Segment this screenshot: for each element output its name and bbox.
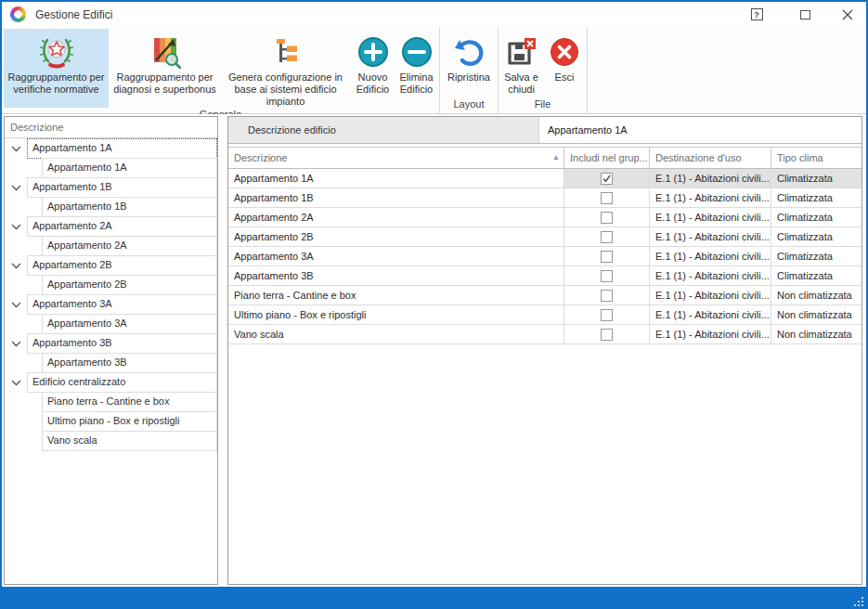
save-close-icon xyxy=(505,32,538,71)
ripristina-button[interactable]: Ripristina xyxy=(442,29,496,97)
table-row[interactable]: Appartamento 2AE.1 (1) - Abitazioni civi… xyxy=(228,208,862,227)
grid-rows: Appartamento 1AE.1 (1) - Abitazioni civi… xyxy=(228,169,862,344)
chevron-down-icon[interactable] xyxy=(5,139,27,159)
tree-child-node[interactable]: Appartamento 3B xyxy=(5,354,217,373)
includi-checkbox[interactable] xyxy=(601,309,613,321)
tree-node-label: Appartamento 1B xyxy=(42,197,217,217)
help-icon: ? xyxy=(751,8,763,20)
exit-icon xyxy=(550,32,579,71)
genera-configurazione-button[interactable]: Genera configurazione in base ai sistemi… xyxy=(221,29,350,108)
tree-node-label: Appartamento 1A xyxy=(27,138,217,159)
tree-node-label: Appartamento 2A xyxy=(27,216,217,237)
tree-node-label: Appartamento 3B xyxy=(42,353,217,373)
descrizione-edificio-field[interactable]: Appartamento 1A xyxy=(539,117,862,143)
raggruppamento-diagnosi-button[interactable]: Raggruppamento per diagnosi e superbonus xyxy=(110,29,219,108)
tree-node-label: Appartamento 3B xyxy=(27,333,217,354)
cell-descrizione: Appartamento 1B xyxy=(228,188,564,208)
help-button[interactable]: ? xyxy=(743,3,771,27)
includi-checkbox[interactable] xyxy=(601,212,613,224)
includi-checkbox[interactable] xyxy=(601,231,613,243)
esci-button[interactable]: Esci xyxy=(544,29,585,97)
cell-includi xyxy=(564,247,650,266)
chevron-down-icon[interactable] xyxy=(5,295,27,315)
tree-node[interactable]: Appartamento 1A xyxy=(5,139,217,159)
cell-descrizione: Vano scala xyxy=(228,325,564,344)
ribbon-group-label: File xyxy=(499,97,587,113)
includi-checkbox[interactable] xyxy=(601,329,613,341)
resize-grip[interactable] xyxy=(852,595,863,606)
tree-child-node[interactable]: Ultimo piano - Box e ripostigli xyxy=(5,412,217,432)
tree-node[interactable]: Appartamento 2B xyxy=(5,256,217,276)
table-row[interactable]: Ultimo piano - Box e ripostigliE.1 (1) -… xyxy=(228,305,862,325)
cell-tipo-clima: Climatizzata xyxy=(771,247,862,266)
cell-tipo-clima: Non climatizzata xyxy=(771,286,862,305)
column-header-destinazione[interactable]: Destinazione d'uso xyxy=(650,148,771,168)
tree-node-label: Appartamento 3A xyxy=(27,294,217,315)
tree-node-label: Appartamento 1A xyxy=(42,158,217,178)
cell-destinazione: E.1 (1) - Abitazioni civili... xyxy=(650,169,771,188)
tree-node[interactable]: Appartamento 1B xyxy=(5,178,217,198)
tree-node-label: Edificio centralizzato xyxy=(27,372,217,393)
chevron-down-icon[interactable] xyxy=(5,334,27,354)
tree-node-label: Appartamento 2A xyxy=(42,236,217,256)
tree-node[interactable]: Edificio centralizzato xyxy=(5,373,217,393)
table-row[interactable]: Appartamento 1AE.1 (1) - Abitazioni civi… xyxy=(228,169,862,188)
ribbon-group-label: Layout xyxy=(440,97,498,113)
chevron-down-icon[interactable] xyxy=(5,178,27,198)
table-row[interactable]: Appartamento 1BE.1 (1) - Abitazioni civi… xyxy=(228,188,862,208)
tree-child-node[interactable]: Appartamento 2B xyxy=(5,276,217,295)
tree-child-node[interactable]: Vano scala xyxy=(5,432,217,451)
tree-node-label: Piano terra - Cantine e box xyxy=(42,392,217,412)
ribbon-button-label: Elimina Edificio xyxy=(397,71,435,96)
elimina-edificio-button[interactable]: Elimina Edificio xyxy=(395,29,437,108)
cell-includi xyxy=(564,305,650,325)
salva-e-chiudi-button[interactable]: Salva e chiudi xyxy=(500,29,542,97)
cell-tipo-clima: Non climatizzata xyxy=(771,305,862,325)
tree-node[interactable]: Appartamento 3B xyxy=(5,334,217,354)
ribbon-group-layout: Ripristina Layout xyxy=(440,27,499,113)
panel-splitter[interactable] xyxy=(218,116,227,585)
includi-checkbox[interactable] xyxy=(601,173,613,185)
cell-destinazione: E.1 (1) - Abitazioni civili... xyxy=(650,188,771,208)
close-button[interactable] xyxy=(834,3,862,27)
tree-body: Appartamento 1AAppartamento 1AAppartamen… xyxy=(5,138,217,584)
includi-checkbox[interactable] xyxy=(601,192,613,204)
tree-child-node[interactable]: Appartamento 3A xyxy=(5,315,217,334)
maximize-button[interactable] xyxy=(791,3,819,27)
maximize-icon xyxy=(800,10,810,19)
includi-checkbox[interactable] xyxy=(601,270,613,282)
raggruppamento-verifiche-button[interactable]: Raggruppamento per verifiche normative xyxy=(4,29,109,108)
grid-header-row: Descrizione ▲ Includi nel grup... Destin… xyxy=(228,148,862,169)
tree-column-header[interactable]: Descrizione xyxy=(5,117,217,138)
chevron-down-icon[interactable] xyxy=(5,217,27,237)
table-row[interactable]: Appartamento 3AE.1 (1) - Abitazioni civi… xyxy=(228,247,862,266)
cell-descrizione: Appartamento 3B xyxy=(228,266,564,286)
chevron-down-icon[interactable] xyxy=(5,373,27,393)
includi-checkbox[interactable] xyxy=(601,251,613,263)
tree-child-node[interactable]: Appartamento 1B xyxy=(5,198,217,217)
includi-checkbox[interactable] xyxy=(601,290,613,302)
cell-tipo-clima: Climatizzata xyxy=(771,188,862,208)
main-area: Descrizione Appartamento 1AAppartamento … xyxy=(2,114,866,587)
tree-node[interactable]: Appartamento 3A xyxy=(5,295,217,315)
column-header-tipo-clima[interactable]: Tipo clima xyxy=(771,148,862,168)
tree-child-node[interactable]: Appartamento 2A xyxy=(5,237,217,256)
cell-destinazione: E.1 (1) - Abitazioni civili... xyxy=(650,227,771,247)
ribbon-group-file: Salva e chiudi Esci File xyxy=(499,27,588,113)
tree-child-node[interactable]: Appartamento 1A xyxy=(5,159,217,178)
nuovo-edificio-button[interactable]: Nuovo Edificio xyxy=(352,29,394,108)
table-row[interactable]: Vano scalaE.1 (1) - Abitazioni civili...… xyxy=(228,325,862,344)
ribbon-toolbar: Raggruppamento per verifiche normative xyxy=(2,27,866,114)
table-row[interactable]: Piano terra - Cantine e boxE.1 (1) - Abi… xyxy=(228,286,862,305)
column-header-descrizione[interactable]: Descrizione ▲ xyxy=(228,148,564,168)
tree-node[interactable]: Appartamento 2A xyxy=(5,217,217,237)
cell-destinazione: E.1 (1) - Abitazioni civili... xyxy=(650,325,771,344)
table-row[interactable]: Appartamento 3BE.1 (1) - Abitazioni civi… xyxy=(228,266,862,286)
chevron-down-icon[interactable] xyxy=(5,256,27,276)
ribbon-button-label: Raggruppamento per diagnosi e superbonus xyxy=(112,71,217,96)
tree-child-node[interactable]: Piano terra - Cantine e box xyxy=(5,393,217,412)
cell-destinazione: E.1 (1) - Abitazioni civili... xyxy=(650,266,771,286)
cell-tipo-clima: Climatizzata xyxy=(771,169,862,188)
column-header-includi[interactable]: Includi nel grup... xyxy=(564,148,650,168)
table-row[interactable]: Appartamento 2BE.1 (1) - Abitazioni civi… xyxy=(228,227,862,247)
